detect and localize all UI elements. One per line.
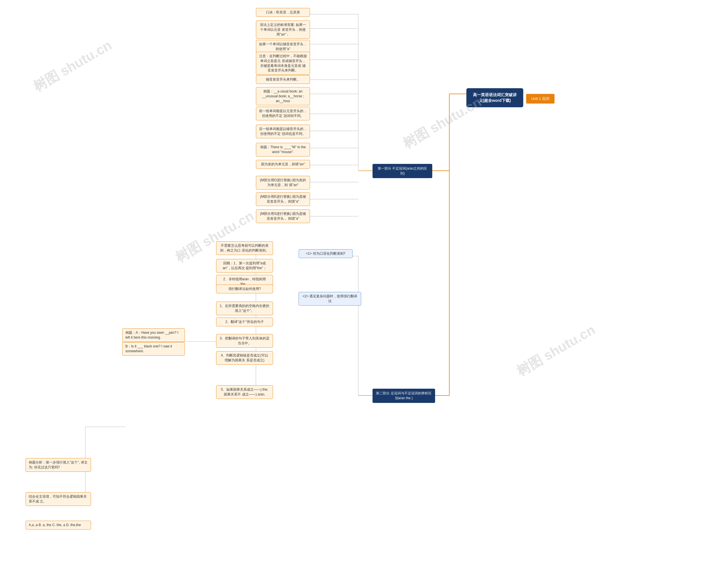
r12-node: (M部分用E进行替换) 因为是辅音发音开头， 则填"a" — [256, 192, 310, 206]
q1a-node: 不需要怎么思考就可以判断的准则，称之为口 语化的判断准则。 — [216, 241, 273, 255]
l1-node-b: 第二部分 定冠词与不定冠词的辨析区别a/an the ) — [372, 389, 435, 403]
ex4-label: 结合全文语境，可知不符合逻辑因果关系不成 立。 — [29, 495, 87, 503]
q2b-label: 1、在所需要填的的空格内生硬的填入"这个"。 — [220, 304, 270, 313]
r2-label: 语法上定义的标准答案: 如果一个单词以元音 发音开头，则使用"an"； — [260, 23, 306, 37]
r8-node: 后一组单词都是以辅音开头的，但使用的不定 冠词也是不同。 — [256, 125, 310, 138]
l1b-label: 第二部分 定冠词与不定冠词的辨析区别a/an the ) — [376, 391, 431, 400]
r10-label: 因为发的为单元音，则填"an" — [261, 162, 305, 166]
r6-node: 例题：__a usual book; an __unusual book; a_… — [256, 87, 310, 105]
r1-label: 口诀：听其音，忘其形 — [266, 10, 300, 14]
r11-node: (M部分用O进行替换) 因为发的为单元音，则 填"an" — [256, 176, 310, 189]
mindmap-container: 树图 shutu.cn 树图 shutu.cn 树图 shutu.cn 树图 s… — [0, 0, 728, 587]
r11-label: (M部分用O进行替换) 因为发的为单元音，则 填"an" — [260, 178, 306, 187]
connection-lines — [0, 0, 728, 587]
watermark-2: 树图 shutu.cn — [172, 207, 257, 266]
unit-tag: Unit 1 冠词 — [526, 94, 555, 103]
r3-node: 如果一个单词以辅音发音开头，则使用"a" — [256, 40, 310, 53]
r12-label: (M部分用E进行替换) 因为是辅音发音开头， 则填"a" — [260, 195, 306, 204]
ex4-node: 结合全文语境，可知不符合逻辑因果关系不成 立。 — [26, 492, 91, 506]
r2-node: 语法上定义的标准答案: 如果一个单词以元音 发音开头，则使用"an"； — [256, 21, 310, 39]
q2a-node: 强行翻译法如何使用? — [216, 284, 273, 294]
watermark-4: 树图 shutu.cn — [513, 321, 599, 380]
r10-node: 因为发的为单元音，则填"an" — [256, 160, 310, 169]
r9-node: 例题：There is ____"M" in the word "mouse". — [256, 143, 310, 157]
q1a-label: 不需要怎么思考就可以判断的准则，称之为口 语化的判断准则。 — [220, 243, 269, 252]
r4-label: 注意：在判断过程中，不能根据单词之前是元 音或辅音开头，关键是看单词本身是元音或… — [259, 54, 307, 72]
q2d-label: 3、把翻译的句子带入到具体的适当当中。 — [220, 336, 270, 345]
q2a-label: 强行翻译法如何使用? — [228, 287, 261, 291]
r3-label: 如果一个单词以辅音发音开头，则使用"a" — [259, 42, 307, 51]
ex3-label: 例题分析：第一步强行填入"这个", 译文为: 你见过这只笔吗? — [29, 461, 88, 469]
q2d-node: 3、把翻译的句子带入到具体的适当当中。 — [216, 334, 273, 348]
ex3-node: 例题分析：第一步强行填入"这个", 译文为: 你见过这只笔吗? — [26, 458, 91, 472]
r13-node: (M部分用S进行替换) 因为是辅音发音开头， 则填"a" — [256, 209, 310, 223]
r5-node: 辅音发音开头来判断。 — [256, 75, 310, 84]
root-label: 高一英语语法词汇突破讲 义(超全word下载) — [473, 92, 517, 103]
watermark-1: 树图 shutu.cn — [30, 36, 115, 96]
q1b-node: 回顾：1、第一次提到用"a或an"，以后再次 提到用"the"； — [216, 259, 273, 273]
root-node: 高一英语语法词汇突破讲 义(超全word下载) — [466, 88, 523, 107]
q2-node: <2> 遇见复杂问题时，使用强行翻译法 — [298, 292, 361, 306]
ex2-label: B：Is it ___ black one? I saw it somewher… — [125, 344, 172, 353]
ex1-node: 例题：A：Have you seen __pen? I left it here… — [122, 328, 185, 342]
q2b-node: 1、在所需要填的的空格内生硬的填入"这个"。 — [216, 302, 273, 315]
ex5-node: A,a ,a B. a, the C. the, a D. the,the — [26, 521, 91, 530]
ex5-label: A,a ,a B. a, the C. the, a D. the,the — [29, 523, 81, 527]
q2f-node: 5、如果因果关系成立——) the;因果关系不 成立——) a/an. — [216, 385, 273, 399]
r5-label: 辅音发音开头来判断。 — [266, 77, 300, 81]
ex2-node: B：Is it ___ black one? I saw it somewher… — [122, 342, 185, 356]
q1b-label: 回顾：1、第一次提到用"a或an"，以后再次 提到用"the"； — [223, 261, 266, 270]
q2-label: <2> 遇见复杂问题时，使用强行翻译法 — [302, 294, 357, 303]
q2f-label: 5、如果因果关系成立——) the;因果关系不 成立——) a/an. — [221, 388, 268, 396]
r7-label: 前一组单词都是以元音开头的，但使用的不定 冠词却不同。 — [259, 109, 307, 118]
r4-node: 注意：在判断过程中，不能根据单词之前是元 音或辅音开头，关键是看单词本身是元音或… — [256, 52, 310, 75]
unit-label: Unit 1 冠词 — [531, 96, 550, 101]
q1-label: <1> 何为口语化判断准则? — [306, 252, 345, 256]
q2e-node: 4、判断其逻辑链是否成立(可以理解为因果关 系是否成立) — [216, 351, 273, 365]
r7-node: 前一组单词都是以元音开头的，但使用的不定 冠词却不同。 — [256, 107, 310, 120]
r9-label: 例题：There is ____"M" in the word "mouse". — [260, 145, 306, 154]
q2c-label: 2、翻译"这个"所在的句子 — [225, 320, 264, 324]
r6-label: 例题：__a usual book; an __unusual book; a_… — [262, 89, 304, 103]
ex1-label: 例题：A：Have you seen __pen? I left it here… — [125, 331, 178, 339]
r8-label: 后一组单词都是以辅音开头的，但使用的不定 冠词也是不同。 — [259, 127, 307, 136]
q2c-node: 2、翻译"这个"所在的句子 — [216, 318, 273, 326]
l1a-label: 第一部分 不定冠词(a/an之间的区 别) — [378, 166, 428, 175]
r13-label: (M部分用S进行替换) 因为是辅音发音开头， 则填"a" — [260, 212, 306, 220]
l1-node-a: 第一部分 不定冠词(a/an之间的区 别) — [372, 164, 432, 178]
q1-node: <1> 何为口语化判断准则? — [298, 249, 353, 258]
r1-node: 口诀：听其音，忘其形 — [256, 8, 310, 17]
q2e-label: 4、判断其逻辑链是否成立(可以理解为因果关 系是否成立) — [221, 353, 268, 362]
